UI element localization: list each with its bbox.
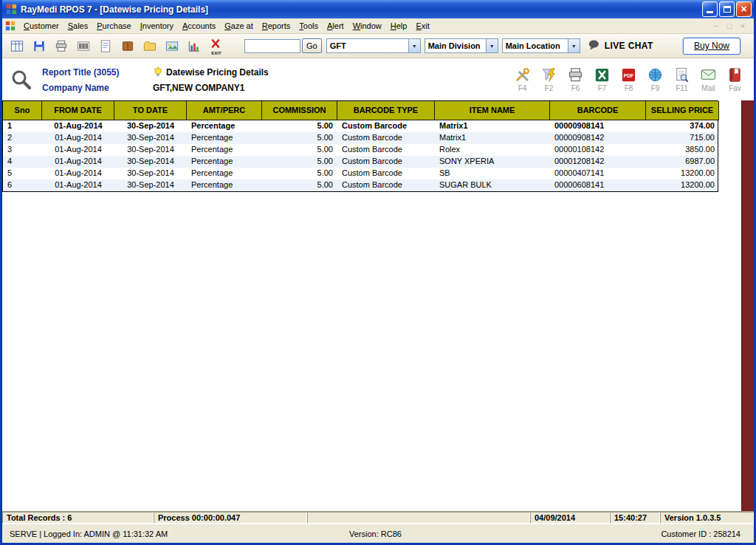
chevron-down-icon[interactable]: ▼ xyxy=(408,39,420,52)
excel-export-icon[interactable]: F7 xyxy=(591,66,614,92)
cell: 01-Aug-2014 xyxy=(42,168,114,179)
table-row[interactable]: 201-Aug-201430-Sep-2014Percentage5.00Cus… xyxy=(3,132,718,144)
chevron-down-icon[interactable]: ▼ xyxy=(568,39,580,52)
live-chat[interactable]: LIVE CHAT xyxy=(588,39,653,53)
menu-item-tools[interactable]: Tools xyxy=(295,20,323,32)
cell: 3 xyxy=(3,144,42,156)
menu-item-reports[interactable]: Reports xyxy=(258,20,295,32)
cell: Matrix1 xyxy=(435,120,550,132)
status-total-records: Total Records : 6 xyxy=(2,512,154,524)
cell: 4 xyxy=(3,156,42,168)
menu-item-alert[interactable]: Alert xyxy=(323,20,348,32)
report-title-value: Datewise Pricing Details xyxy=(166,67,269,78)
notes-icon[interactable] xyxy=(95,35,116,57)
menu-bar: CustomerSalesPurchaseInventoryAccountsGa… xyxy=(2,18,754,34)
favorite-icon[interactable]: Fav xyxy=(724,66,746,92)
chevron-down-icon[interactable]: ▼ xyxy=(486,39,498,52)
go-button[interactable]: Go xyxy=(302,38,322,53)
cell: 6 xyxy=(3,179,42,191)
table-row[interactable]: 101-Aug-201430-Sep-2014Percentage5.00Cus… xyxy=(3,120,718,132)
quick-search-input[interactable] xyxy=(244,39,300,53)
table-row[interactable]: 401-Aug-201430-Sep-2014Percentage5.00Cus… xyxy=(3,156,718,168)
menu-item-accounts[interactable]: Accounts xyxy=(178,20,220,32)
cell: Percentage xyxy=(187,168,262,179)
cell: 3850.00 xyxy=(646,144,719,156)
cell: 5.00 xyxy=(262,156,337,168)
menu-item-customer[interactable]: Customer xyxy=(19,20,63,32)
table-row[interactable]: 601-Aug-201430-Sep-2014Percentage5.00Cus… xyxy=(3,179,718,191)
cell: Percentage xyxy=(187,156,262,168)
menu-item-inventory[interactable]: Inventory xyxy=(136,20,178,32)
cell: 00001208142 xyxy=(550,156,646,168)
column-header-from-date: FROM DATE xyxy=(42,101,114,120)
open-folder-icon[interactable] xyxy=(140,35,160,57)
cell: Custom Barcode xyxy=(337,156,435,168)
menu-item-help[interactable]: Help xyxy=(386,20,412,32)
cell: 715.00 xyxy=(646,132,719,144)
menu-item-exit[interactable]: Exit xyxy=(411,20,433,32)
cell: SUGAR BULK xyxy=(435,179,550,191)
cell: Percentage xyxy=(187,144,262,156)
search-icon xyxy=(10,68,33,92)
cell: 5.00 xyxy=(262,168,337,179)
print-report-icon[interactable]: F6 xyxy=(564,66,587,92)
cell: Custom Barcode xyxy=(337,120,435,132)
settings-icon[interactable]: F4 xyxy=(511,66,534,92)
column-header-item-name: ITEM NAME xyxy=(435,101,550,120)
window-title: RayMedi RPOS 7 - [Datewise Pricing Detai… xyxy=(21,4,698,15)
mail-icon[interactable]: Mail xyxy=(697,66,720,92)
cell: 00000608141 xyxy=(550,179,646,191)
cell: Custom Barcode xyxy=(337,144,435,156)
print-icon[interactable] xyxy=(51,35,72,57)
cell: 01-Aug-2014 xyxy=(42,132,114,144)
report-grid-icon[interactable] xyxy=(7,35,27,57)
cell: SB xyxy=(435,168,550,179)
cell: 00000908141 xyxy=(550,120,646,132)
chart-icon[interactable] xyxy=(184,35,205,57)
cell: Custom Barcode xyxy=(337,132,435,144)
table-row[interactable]: 501-Aug-201430-Sep-2014Percentage5.00Cus… xyxy=(3,168,718,179)
buy-now-button[interactable]: Buy Now xyxy=(683,38,740,55)
mdi-minimize-button[interactable]: − xyxy=(711,21,721,30)
restore-button[interactable] xyxy=(719,1,735,17)
mdi-restore-button[interactable]: □ xyxy=(724,21,735,30)
location-select[interactable]: Main Location▼ xyxy=(502,38,580,53)
report-table-area: SnoFROM DATETO DATEAMT/PERCCOMMISSIONBAR… xyxy=(2,100,754,511)
cell: Rolex xyxy=(435,144,550,156)
division-select[interactable]: Main Division▼ xyxy=(425,38,498,53)
table-row[interactable]: 301-Aug-201430-Sep-2014Percentage5.00Cus… xyxy=(3,144,718,156)
cell: 30-Sep-2014 xyxy=(114,179,187,191)
svg-text:PDF: PDF xyxy=(624,73,633,78)
cell: Matrix1 xyxy=(435,132,550,144)
exit-icon[interactable]: EXIT xyxy=(206,35,227,57)
minimize-button[interactable] xyxy=(702,1,718,17)
cell: Custom Barcode xyxy=(337,179,435,191)
app-logo-icon xyxy=(6,4,17,15)
mdi-close-button[interactable]: × xyxy=(738,21,748,30)
image-icon[interactable] xyxy=(162,35,182,57)
menu-item-window[interactable]: Window xyxy=(348,20,386,32)
pdf-export-icon[interactable]: PDFF8 xyxy=(617,66,640,92)
mdi-window-buttons: − □ × xyxy=(711,21,751,30)
filter-icon[interactable]: F2 xyxy=(537,66,560,92)
cell: SONY XPERIA xyxy=(435,156,550,168)
report-header: Report Title (3055) Datewise Pricing Det… xyxy=(2,58,754,100)
ledger-icon[interactable] xyxy=(117,35,138,57)
vertical-scrollbar[interactable] xyxy=(741,100,754,511)
save-icon[interactable] xyxy=(29,35,49,57)
close-button[interactable]: × xyxy=(736,1,752,17)
barcode-icon[interactable] xyxy=(73,35,94,57)
company-select[interactable]: GFT▼ xyxy=(326,38,421,53)
cell: 30-Sep-2014 xyxy=(114,156,187,168)
cell: Percentage xyxy=(187,132,262,144)
cell: Percentage xyxy=(187,179,262,191)
preview-icon[interactable]: F11 xyxy=(670,66,693,92)
menu-item-gaze-at[interactable]: Gaze at xyxy=(220,20,258,32)
title-bar: RayMedi RPOS 7 - [Datewise Pricing Detai… xyxy=(2,0,754,18)
html-export-icon[interactable]: F9 xyxy=(644,66,667,92)
menu-item-purchase[interactable]: Purchase xyxy=(92,20,135,32)
menu-item-sales[interactable]: Sales xyxy=(63,20,93,32)
cell: 30-Sep-2014 xyxy=(114,120,187,132)
cell: 1 xyxy=(3,120,42,132)
toolbar-dropdowns: GFT▼Main Division▼Main Location▼ xyxy=(326,38,580,53)
